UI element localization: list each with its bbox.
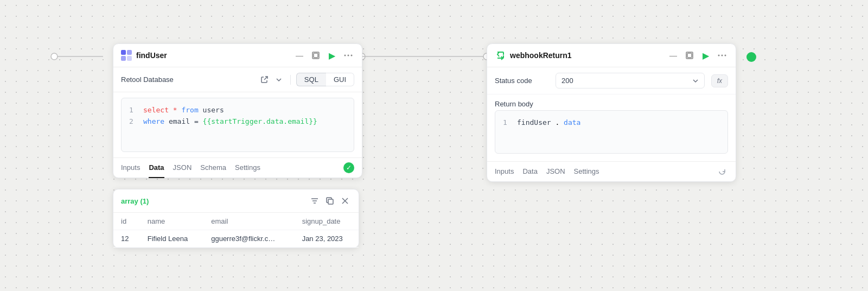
keyword-where: where [143, 117, 164, 125]
code-editor[interactable]: 1 select * from users 2 where email = { [121, 98, 354, 152]
array-label: array (1) [121, 197, 304, 205]
results-panel: array (1) [113, 189, 359, 248]
webhook-return-icon [495, 50, 506, 61]
external-link-button[interactable] [259, 74, 271, 86]
status-code-select[interactable]: 200 [556, 73, 705, 88]
close-icon-button[interactable] [339, 195, 351, 207]
minimize-button[interactable]: — [293, 49, 305, 61]
return-body-label-text: Return body [487, 94, 736, 110]
code-line-1-content: select * from users [143, 105, 346, 116]
cell-id: 12 [113, 230, 140, 248]
webhook-tab-inputs[interactable]: Inputs [495, 162, 514, 182]
line-num-2: 2 [129, 116, 136, 128]
col-email: email [203, 213, 294, 230]
equals-sign: = [194, 117, 199, 125]
refresh-button[interactable] [716, 166, 728, 178]
cell-name: Fifield Leena [140, 230, 204, 248]
results-header: array (1) [113, 189, 359, 213]
divider [290, 75, 291, 85]
svg-rect-8 [314, 53, 318, 58]
code-line-2-content: where email = {{startTrigger.data.email}… [143, 116, 346, 128]
db-selector-icons [259, 74, 285, 86]
svg-point-10 [348, 55, 349, 56]
svg-point-9 [344, 55, 346, 56]
code-star: * [173, 106, 177, 114]
field-name: email [169, 117, 190, 125]
finduser-ref: findUser [517, 118, 551, 126]
copy-icon-button[interactable] [324, 195, 336, 207]
webhook-more-button[interactable] [716, 49, 728, 61]
keyword-select: select [143, 106, 169, 114]
return-body-line-num: 1 [503, 117, 509, 129]
cell-signup-date: Jan 23, 2023 [295, 230, 359, 248]
svg-point-0 [51, 53, 58, 60]
webhook-header-actions: — ▶ [667, 49, 728, 61]
results-table: id name email signup_date 12 Fifield Lee… [113, 213, 359, 248]
more-button[interactable] [342, 49, 354, 61]
template-expression: {{startTrigger.data.email}} [203, 117, 317, 125]
line-num-1: 1 [129, 105, 136, 116]
status-code-row: Status code 200 fx [487, 67, 736, 94]
svg-rect-15 [328, 199, 333, 204]
gui-tab[interactable]: GUI [326, 73, 354, 86]
fx-button[interactable]: fx [711, 74, 728, 87]
svg-rect-6 [127, 56, 132, 61]
find-user-header-actions: — ▶ [293, 49, 354, 61]
webhook-bottom-tabs: Inputs Data JSON Settings [487, 161, 736, 181]
bottom-tabs-bar: Inputs Data JSON Schema Settings ✓ [113, 157, 362, 178]
svg-rect-19 [687, 53, 692, 58]
status-indicator [746, 52, 756, 62]
svg-point-20 [718, 55, 720, 56]
status-code-label: Status code [495, 77, 549, 85]
return-body-line-1: 1 findUser . data [503, 117, 720, 129]
tab-inputs[interactable]: Inputs [121, 158, 140, 178]
svg-point-11 [351, 55, 353, 56]
col-name: name [140, 213, 204, 230]
tab-settings[interactable]: Settings [235, 158, 260, 178]
svg-point-22 [725, 55, 726, 56]
col-signup-date: signup_date [295, 213, 359, 230]
db-selector-label: Retool Database [121, 75, 254, 84]
success-badge: ✓ [343, 162, 354, 173]
webhook-tab-data[interactable]: Data [522, 162, 537, 182]
return-body-label: Return body [487, 94, 736, 110]
webhook-header: webhookReturn1 — ▶ [487, 44, 736, 67]
filter-icon-button[interactable] [309, 195, 321, 207]
data-ref: data [564, 118, 580, 126]
table-row: 12 Fifield Leena gguerre3f@flickr.c… Jan… [113, 230, 359, 248]
sql-tab[interactable]: SQL [296, 73, 326, 86]
maximize-button[interactable] [310, 49, 322, 61]
results-icons [309, 195, 351, 207]
play-button[interactable]: ▶ [326, 49, 338, 61]
cell-email: gguerre3f@flickr.c… [203, 230, 294, 248]
sql-gui-tabs: SQL GUI [296, 73, 354, 86]
svg-rect-4 [127, 50, 132, 55]
keyword-from: from [181, 106, 198, 114]
webhook-maximize-button[interactable] [684, 49, 695, 61]
table-name: users [203, 106, 224, 114]
svg-rect-3 [121, 50, 126, 55]
col-id: id [113, 213, 140, 230]
svg-point-21 [722, 55, 723, 56]
svg-rect-5 [121, 56, 126, 61]
webhook-title: webhookReturn1 [510, 51, 663, 60]
code-line-2: 2 where email = {{startTrigger.data.emai… [129, 116, 346, 128]
webhook-minimize-button[interactable]: — [667, 49, 679, 61]
tab-data[interactable]: Data [149, 158, 164, 178]
db-selector-row: Retool Database SQL GUI [113, 67, 362, 92]
webhook-play-button[interactable]: ▶ [700, 49, 712, 61]
webhook-return-panel: webhookReturn1 — ▶ Status code 200 [487, 43, 736, 182]
find-user-title: findUser [136, 51, 289, 60]
find-user-header: findUser — ▶ [113, 44, 362, 67]
tab-schema[interactable]: Schema [200, 158, 226, 178]
return-body-content: findUser . data [517, 117, 720, 129]
code-line-1: 1 select * from users [129, 105, 346, 116]
return-body-editor[interactable]: 1 findUser . data [495, 110, 728, 154]
chevron-down-button[interactable] [273, 74, 285, 86]
webhook-tab-settings[interactable]: Settings [574, 162, 599, 182]
find-user-panel: findUser — ▶ Retool Database [113, 43, 362, 178]
retool-logo-icon [121, 50, 132, 61]
code-dot: . [555, 118, 559, 126]
webhook-tab-json[interactable]: JSON [546, 162, 565, 182]
tab-json[interactable]: JSON [173, 158, 192, 178]
